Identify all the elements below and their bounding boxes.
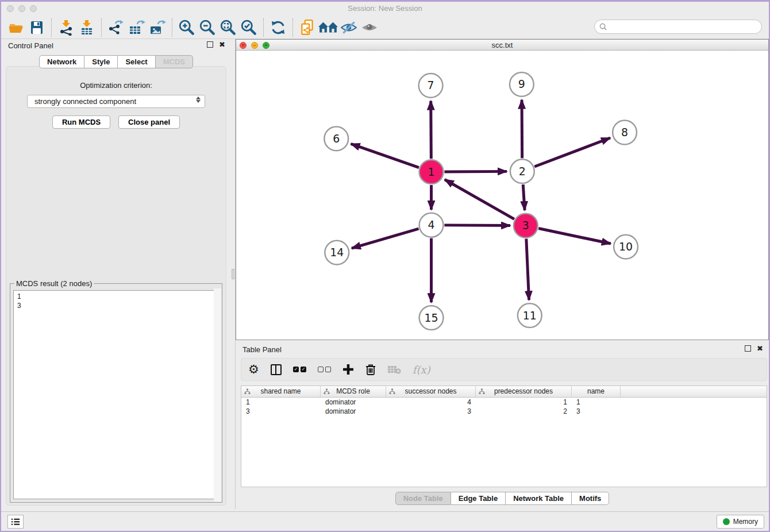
delete-table-icon[interactable]	[387, 362, 401, 377]
graph-node-7[interactable]: 7	[419, 74, 443, 98]
table-cell[interactable]: 1	[241, 398, 321, 407]
search-input[interactable]	[610, 22, 761, 32]
memory-button[interactable]: Memory	[717, 515, 764, 529]
import-table-button[interactable]	[76, 18, 97, 37]
column-header-label: MCDS role	[336, 387, 370, 395]
import-network-button[interactable]	[56, 18, 76, 37]
task-history-button[interactable]	[7, 515, 24, 529]
graph-edge-1-2[interactable]	[444, 171, 507, 172]
graph-edge-3-10[interactable]	[538, 229, 611, 244]
network-home-button[interactable]	[318, 18, 338, 37]
memory-label: Memory	[733, 518, 758, 526]
graph-node-1[interactable]: 1	[419, 160, 444, 184]
tab-network[interactable]: Network	[39, 55, 84, 68]
result-scrollbar[interactable]	[214, 288, 221, 502]
deselect-all-columns-icon[interactable]	[318, 362, 331, 377]
export-network-button[interactable]	[106, 18, 126, 37]
tab-mcds[interactable]: MCDS	[156, 55, 193, 68]
tab-edge-table[interactable]: Edge Table	[451, 492, 506, 505]
float-table-panel-icon[interactable]	[745, 345, 751, 352]
graph-edge-1-7[interactable]	[431, 101, 432, 159]
graph-node-6[interactable]: 6	[324, 127, 348, 151]
select-all-columns-icon[interactable]	[293, 362, 306, 377]
tab-network-table[interactable]: Network Table	[506, 492, 572, 505]
column-header-name[interactable]: name	[572, 386, 621, 397]
function-builder-icon[interactable]: f(x)	[413, 362, 430, 377]
zoom-out-button[interactable]	[197, 18, 218, 37]
zoom-selected-button[interactable]	[238, 18, 259, 37]
tab-style[interactable]: Style	[84, 55, 118, 68]
graph-edge-2-8[interactable]	[534, 138, 610, 167]
table-cell[interactable]: 1	[572, 398, 621, 407]
table-cell[interactable]: 1	[476, 398, 572, 407]
save-session-button[interactable]	[26, 18, 47, 37]
export-table-button[interactable]	[126, 18, 147, 37]
hide-eye-button[interactable]	[338, 18, 359, 37]
graph-node-4[interactable]: 4	[419, 213, 444, 237]
graph-node-3[interactable]: 3	[514, 214, 538, 238]
network-canvas[interactable]: 7968124314101511	[236, 51, 768, 340]
graph-node-10[interactable]: 10	[614, 235, 638, 259]
graph-edge-4-3[interactable]	[444, 225, 510, 226]
toolbar-separator	[172, 18, 172, 37]
table-row[interactable]: 1dominator411	[241, 398, 767, 407]
run-mcds-button[interactable]: Run MCDS	[52, 115, 110, 129]
graph-node-11[interactable]: 11	[518, 303, 542, 327]
table-row[interactable]: 3dominator323	[241, 407, 767, 416]
column-header-label: shared name	[260, 387, 301, 395]
table-cell[interactable]: 3	[241, 407, 321, 416]
graph-edge-4-14[interactable]	[352, 229, 418, 248]
table-cell[interactable]: 4	[386, 398, 476, 407]
open-session-button[interactable]	[6, 18, 26, 37]
graph-edge-1-6[interactable]	[351, 144, 419, 167]
close-panel-icon[interactable]: ✖	[219, 41, 225, 48]
column-header-shared-name[interactable]: shared name	[241, 386, 321, 397]
table-settings-gear-icon[interactable]: ⚙	[248, 362, 259, 377]
tab-motifs[interactable]: Motifs	[572, 492, 609, 505]
float-panel-icon[interactable]	[207, 41, 213, 48]
add-row-plus-icon[interactable]	[342, 362, 354, 377]
graph-node-9[interactable]: 9	[510, 72, 534, 97]
column-header-predecessor-nodes[interactable]: predecessor nodes	[476, 386, 572, 397]
table-cell[interactable]: dominator	[321, 407, 386, 416]
table-cell[interactable]: 3	[572, 407, 621, 416]
duplicate-network-button[interactable]	[297, 18, 318, 37]
zoom-in-button[interactable]	[176, 18, 197, 37]
close-table-panel-icon[interactable]: ✖	[757, 345, 763, 352]
refresh-button[interactable]	[268, 18, 288, 37]
zoom-fit-button[interactable]	[218, 18, 238, 37]
mcds-result-text[interactable]: 1 3	[13, 290, 219, 499]
titlebar: Session: New Session	[1, 2, 769, 16]
graph-node-8[interactable]: 8	[613, 121, 637, 145]
search-field[interactable]	[594, 20, 762, 34]
panel-splitter[interactable]	[231, 39, 236, 509]
tab-select[interactable]: Select	[118, 55, 155, 68]
tab-node-table[interactable]: Node Table	[395, 492, 451, 505]
delete-row-trash-icon[interactable]	[365, 362, 376, 377]
splitter-handle[interactable]	[232, 269, 234, 279]
graph-edge-2-3[interactable]	[523, 184, 525, 210]
table-cell[interactable]: 3	[386, 407, 476, 416]
column-layout-icon[interactable]	[271, 362, 282, 377]
show-eye-button[interactable]	[359, 18, 380, 37]
close-panel-button[interactable]: Close panel	[118, 115, 180, 129]
graph-node-14[interactable]: 14	[325, 241, 349, 265]
table-cell[interactable]: 2	[476, 407, 572, 416]
export-image-button[interactable]	[147, 18, 168, 37]
network-window-titlebar[interactable]: ✕ − + scc.txt	[236, 40, 768, 51]
save-floppy-icon	[29, 20, 45, 36]
column-header-label: successor nodes	[405, 387, 456, 395]
graph-edge-2-9[interactable]	[522, 100, 522, 159]
window-title: Session: New Session	[1, 4, 769, 13]
column-header-successor-nodes[interactable]: successor nodes	[386, 386, 476, 397]
column-header-MCDS-role[interactable]: MCDS role	[321, 386, 386, 397]
graph-node-2[interactable]: 2	[510, 159, 534, 183]
graph-node-15[interactable]: 15	[419, 306, 444, 330]
open-folder-icon	[7, 20, 25, 36]
criterion-dropdown[interactable]: strongly connected component	[27, 95, 205, 108]
graph-edge-3-11[interactable]	[526, 239, 529, 300]
table-cell[interactable]: dominator	[321, 398, 386, 407]
table-panel: Table Panel ✖ ⚙	[236, 343, 769, 511]
graph-edge-3-1[interactable]	[445, 180, 514, 219]
network-graph[interactable]: 7968124314101511	[236, 51, 768, 340]
